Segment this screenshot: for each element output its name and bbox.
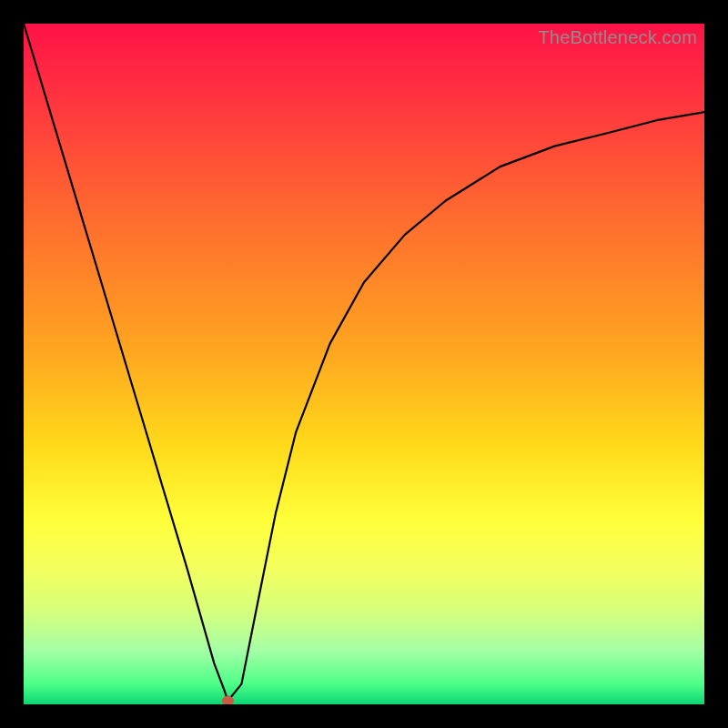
chart-frame: TheBottleneck.com [0, 0, 728, 728]
curve-layer [24, 24, 704, 704]
minimum-marker [222, 696, 233, 704]
plot-area: TheBottleneck.com [24, 24, 704, 704]
bottleneck-curve [24, 24, 704, 701]
